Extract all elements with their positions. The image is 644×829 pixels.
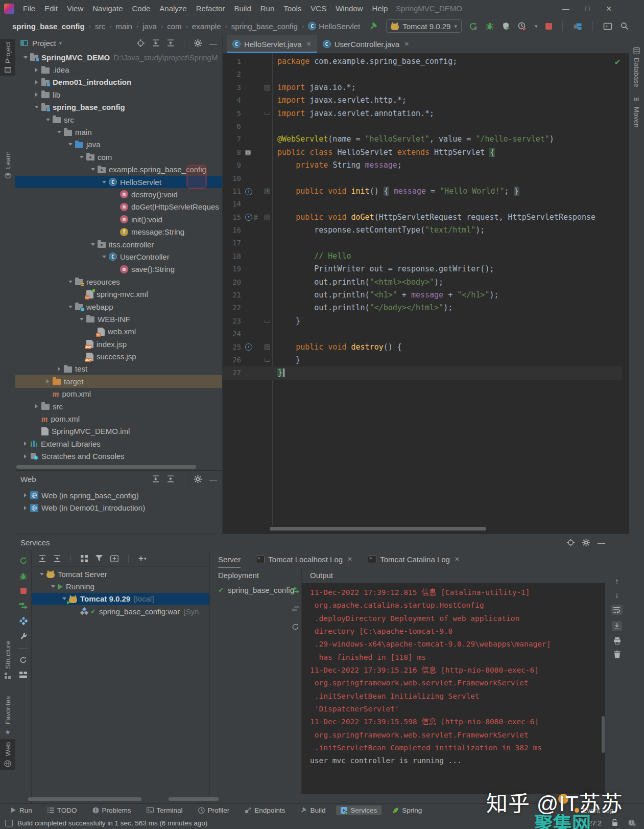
search-everywhere-button[interactable] [621,22,629,30]
menu-file[interactable]: File [18,4,40,13]
collapse-all-button[interactable] [167,475,174,482]
tree-item-src[interactable]: src [15,400,222,412]
tree-item-save-string[interactable]: msave():String [15,263,222,275]
hide-panel-button[interactable]: — [209,39,217,48]
menu-analyze[interactable]: Analyze [155,4,191,13]
editor-tab-usercontroller-java[interactable]: CUserController.java✕ [317,35,415,53]
tree-item-idea[interactable]: .idea [15,63,222,76]
code-line-25[interactable]: 25↑- public void destroy() { [223,341,622,354]
prev-message-button[interactable]: ↑ [615,577,619,585]
chevron-expanded-icon[interactable] [100,181,108,183]
output-vscrollbar[interactable] [602,716,605,753]
fold-collapse-icon[interactable]: - [265,344,270,350]
services-hscrollbar[interactable] [28,797,141,801]
chevron-collapsed-icon[interactable] [33,68,40,72]
toolwindow-button-todo[interactable]: TODO [43,805,82,815]
code-area[interactable]: 1package com.example.spring_base_config;… [223,53,622,525]
locate-button[interactable] [567,539,575,546]
code-line-3[interactable]: 3-import java.io.*; [223,81,622,94]
web-item-web-in-demo01-introduction[interactable]: Web (in Demo01_introduction) [15,501,222,514]
tree-item-java[interactable]: java [15,139,222,151]
chevron-expanded-icon[interactable] [66,143,74,146]
chevron-expanded-icon[interactable] [78,156,85,158]
tree-item-demo01-introduction[interactable]: Demo01_introduction [15,76,222,88]
frame-add-button[interactable] [110,555,118,562]
hide-panel-button[interactable]: — [598,538,605,547]
breadcrumb-com[interactable]: com [166,22,182,31]
tool-window-tab-structure[interactable]: Structure [0,638,15,682]
overrides-icon[interactable]: ↑ [245,214,252,221]
breadcrumb-helloservlet[interactable]: CHelloServlet [307,22,361,31]
expand-all-button[interactable] [152,475,159,482]
run-configuration-select[interactable]: Tomcat 9.0.29 ▾ [386,19,462,33]
tree-item-spring-base-config[interactable]: spring_base_config [15,101,222,113]
tool-window-tab-project[interactable]: Project [0,39,15,76]
project-hscrollbar[interactable] [16,465,196,469]
profiler-dropdown-icon[interactable]: ▾ [535,23,538,30]
code-line-27[interactable]: 27} [223,366,622,379]
tree-item-lib[interactable]: lib [15,88,222,101]
tree-item-tomcat-server[interactable]: Tomcat Server [32,568,209,580]
chevron-expanded-icon[interactable] [66,306,74,308]
tree-item-pom-xml[interactable]: mpom.xml [15,412,222,425]
deploy-button[interactable] [19,602,28,609]
close-tab-icon[interactable]: ✕ [306,40,312,48]
tool-window-tab-maven[interactable]: mMaven [629,92,644,131]
toolwindow-button-problems[interactable]: Problems [88,805,136,815]
debug-button[interactable] [486,22,494,30]
services-panel-title[interactable]: Services [20,538,50,547]
tool-window-tab-learn[interactable]: Learn [0,148,15,182]
code-line-10[interactable]: 10 [223,172,622,185]
close-tab-icon[interactable]: ✕ [347,556,352,563]
close-tab-icon[interactable]: ✕ [455,556,460,563]
chevron-expanded-icon[interactable] [44,119,52,121]
tree-item-springmvc-demo-iml[interactable]: SpringMVC_DEMO.iml [15,425,222,437]
deploy-action-icon[interactable] [291,586,299,593]
code-line-22[interactable]: 22 out.println("</body></html>"); [223,302,622,314]
menu-edit[interactable]: Edit [40,4,62,13]
scroll-to-end-button[interactable] [612,621,622,631]
chevron-down-icon[interactable]: ▾ [59,40,62,46]
toolwindow-button-build[interactable]: Build [296,805,330,815]
tree-item-index-jsp[interactable]: index.jsp [15,338,222,350]
chevron-expanded-icon[interactable] [55,131,63,133]
fold-end-icon[interactable] [265,359,270,362]
settings-gear-icon[interactable] [194,39,202,47]
tree-item-pom-xml[interactable]: mpom.xml [15,388,222,400]
stop-button[interactable] [545,23,552,30]
code-line-20[interactable]: 20 out.println("<html><body>"); [223,276,622,289]
breadcrumb-src[interactable]: src [94,22,106,31]
chevron-expanded-icon[interactable] [60,597,68,600]
code-line-1[interactable]: 1package com.example.spring_base_config; [223,55,622,68]
filter-button[interactable] [96,555,103,562]
services-tab-server[interactable]: Server [218,550,241,568]
rerun-server-button[interactable] [19,557,28,565]
menu-help[interactable]: Help [368,4,393,13]
overrides-icon[interactable]: ↑ [245,188,252,195]
code-line-16[interactable]: 16 response.setContentType("text/html"); [223,224,622,237]
fold-expand-icon[interactable]: + [265,189,270,194]
maximize-button[interactable]: □ [577,0,598,17]
close-tab-icon[interactable]: ✕ [404,40,409,48]
breadcrumb-java[interactable]: java [141,22,158,31]
collapse-all-button[interactable] [54,555,61,562]
toolwindow-button-spring[interactable]: Spring [388,805,426,815]
tree-item-message-string[interactable]: fmessage:String [15,225,222,238]
refresh-icon[interactable] [19,656,27,664]
tree-item-itss-controller[interactable]: itss.controller [15,238,222,250]
tree-item-tomcat-9-0-29[interactable]: Tomcat 9.0.29[local] [32,593,209,605]
profiler-button[interactable] [518,22,527,31]
minimize-button[interactable]: — [555,0,577,17]
tree-item-destroy-void[interactable]: mdestroy():void [15,188,222,200]
code-line-21[interactable]: 21 out.println("<h1>" + message + "</h1>… [223,289,622,302]
fold-collapse-icon[interactable]: - [265,215,270,220]
chevron-collapsed-icon[interactable] [33,93,40,97]
project-panel-title[interactable]: Project [32,39,56,48]
menu-vcs[interactable]: VCS [306,4,331,13]
expand-all-button[interactable] [39,555,46,562]
menu-build[interactable]: Build [229,4,255,13]
code-line-6[interactable]: 6 [223,120,622,133]
chevron-collapsed-icon[interactable] [21,454,29,458]
tree-item-scratches-and-consoles[interactable]: Scratches and Consoles [15,450,222,463]
build-hammer-icon[interactable] [369,22,378,31]
